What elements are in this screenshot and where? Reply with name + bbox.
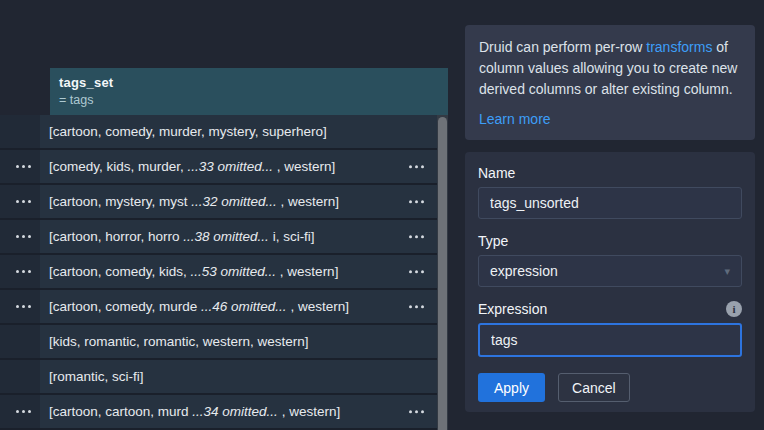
row-omitted: ...53 omitted... [191, 264, 277, 279]
type-field: Type expression ▾ [478, 233, 742, 287]
row-omitted: ...33 omitted... [188, 159, 274, 174]
row-suffix: , western] [273, 159, 335, 174]
row-value: [comedy, kids, murder, ...33 omitted... … [49, 159, 335, 174]
row-cell[interactable]: [comedy, kids, murder, ...33 omitted... … [40, 150, 448, 183]
more-icon[interactable] [16, 200, 32, 204]
more-icon[interactable] [409, 305, 425, 309]
row-gutter [0, 325, 40, 358]
vertical-scrollbar[interactable] [437, 115, 448, 430]
row-cell[interactable]: [cartoon, mystery, myst ...32 omitted...… [40, 185, 448, 218]
type-select[interactable]: expression ▾ [478, 255, 742, 287]
row-value: [cartoon, mystery, myst ...32 omitted...… [49, 194, 339, 209]
row-prefix: [kids, romantic, romantic, western, west… [49, 334, 309, 349]
row-value: [cartoon, comedy, murde ...46 omitted...… [49, 299, 349, 314]
table-row: [romantic, sci-fi] [0, 360, 448, 395]
row-value: [cartoon, cartoon, murd ...34 omitted...… [49, 404, 340, 419]
expression-input[interactable] [478, 323, 742, 357]
row-value: [cartoon, horror, horro ...38 omitted...… [49, 229, 315, 244]
row-suffix: , western] [287, 299, 349, 314]
row-prefix: [cartoon, comedy, murder, mystery, super… [49, 124, 327, 139]
row-cell[interactable]: [romantic, sci-fi] [40, 360, 448, 393]
row-gutter [0, 255, 40, 288]
row-prefix: [romantic, sci-fi] [49, 369, 144, 384]
row-cell[interactable]: [cartoon, comedy, kids, ...53 omitted...… [40, 255, 448, 288]
type-label: Type [478, 233, 742, 249]
row-suffix: , western] [277, 194, 339, 209]
info-icon[interactable]: i [726, 301, 742, 317]
row-gutter [0, 290, 40, 323]
row-gutter [0, 185, 40, 218]
column-formula: = tags [59, 93, 448, 107]
apply-button[interactable]: Apply [478, 373, 545, 402]
column-name: tags_set [59, 75, 448, 90]
row-gutter [0, 150, 40, 183]
chevron-down-icon: ▾ [724, 266, 730, 277]
type-select-value: expression [490, 263, 558, 279]
row-omitted: ...38 omitted... [183, 229, 269, 244]
expression-field: Expression i [478, 301, 742, 357]
more-icon[interactable] [16, 305, 32, 309]
transforms-link[interactable]: transforms [646, 39, 712, 55]
form-buttons: Apply Cancel [478, 373, 742, 402]
expression-label: Expression [478, 301, 547, 317]
learn-more-link[interactable]: Learn more [479, 109, 551, 130]
callout-text: Druid can perform per-row transforms of … [479, 37, 741, 100]
callout-text-before: Druid can perform per-row [479, 39, 646, 55]
row-prefix: [cartoon, cartoon, murd [49, 404, 192, 419]
row-value: [cartoon, comedy, kids, ...53 omitted...… [49, 264, 338, 279]
name-field: Name [478, 165, 742, 219]
more-icon[interactable] [409, 165, 425, 169]
row-value: [kids, romantic, romantic, western, west… [49, 334, 309, 349]
more-icon[interactable] [409, 270, 425, 274]
row-value: [cartoon, comedy, murder, mystery, super… [49, 124, 327, 139]
row-prefix: [cartoon, horror, horro [49, 229, 183, 244]
row-omitted: ...46 omitted... [201, 299, 287, 314]
transform-form: Name Type expression ▾ Expression i Appl… [465, 152, 755, 412]
row-prefix: [cartoon, comedy, murde [49, 299, 201, 314]
row-cell[interactable]: [kids, romantic, romantic, western, west… [40, 325, 448, 358]
row-cell[interactable]: [cartoon, cartoon, murd ...34 omitted...… [40, 395, 448, 428]
row-suffix: i, sci-fi] [269, 229, 315, 244]
table-row: [cartoon, comedy, kids, ...53 omitted...… [0, 255, 448, 290]
row-cell[interactable]: [cartoon, horror, horro ...38 omitted...… [40, 220, 448, 253]
row-gutter [0, 115, 40, 148]
column-header-tags-set[interactable]: tags_set = tags [50, 68, 448, 115]
row-gutter [0, 220, 40, 253]
row-suffix: , western] [278, 404, 340, 419]
row-suffix: , western] [276, 264, 338, 279]
row-omitted: ...34 omitted... [192, 404, 278, 419]
row-prefix: [comedy, kids, murder, [49, 159, 188, 174]
table-row: [kids, romantic, romantic, western, west… [0, 325, 448, 360]
more-icon[interactable] [409, 235, 425, 239]
more-icon[interactable] [16, 165, 32, 169]
name-input[interactable] [478, 187, 742, 219]
table-row: [cartoon, horror, horro ...38 omitted...… [0, 220, 448, 255]
table-row: [cartoon, cartoon, murd ...34 omitted...… [0, 395, 448, 430]
more-icon[interactable] [16, 270, 32, 274]
table-row: [comedy, kids, murder, ...33 omitted... … [0, 150, 448, 185]
row-prefix: [cartoon, comedy, kids, [49, 264, 191, 279]
row-value: [romantic, sci-fi] [49, 369, 144, 384]
table-row: [cartoon, comedy, murde ...46 omitted...… [0, 290, 448, 325]
row-cell[interactable]: [cartoon, comedy, murde ...46 omitted...… [40, 290, 448, 323]
table-row: [cartoon, comedy, murder, mystery, super… [0, 115, 448, 150]
table-row: [cartoon, mystery, myst ...32 omitted...… [0, 185, 448, 220]
more-icon[interactable] [16, 410, 32, 414]
druid-transform-screen: tags_set = tags [cartoon, comedy, murder… [0, 0, 764, 430]
row-gutter [0, 360, 40, 393]
name-label: Name [478, 165, 742, 181]
row-cell[interactable]: [cartoon, comedy, murder, mystery, super… [40, 115, 448, 148]
row-gutter [0, 395, 40, 428]
row-omitted: ...32 omitted... [191, 194, 277, 209]
transform-callout: Druid can perform per-row transforms of … [465, 25, 755, 140]
row-prefix: [cartoon, mystery, myst [49, 194, 191, 209]
more-icon[interactable] [16, 235, 32, 239]
more-icon[interactable] [409, 410, 425, 414]
cancel-button[interactable]: Cancel [558, 373, 630, 402]
table-rows: [cartoon, comedy, murder, mystery, super… [0, 115, 448, 430]
more-icon[interactable] [409, 200, 425, 204]
scrollbar-thumb[interactable] [438, 117, 447, 430]
